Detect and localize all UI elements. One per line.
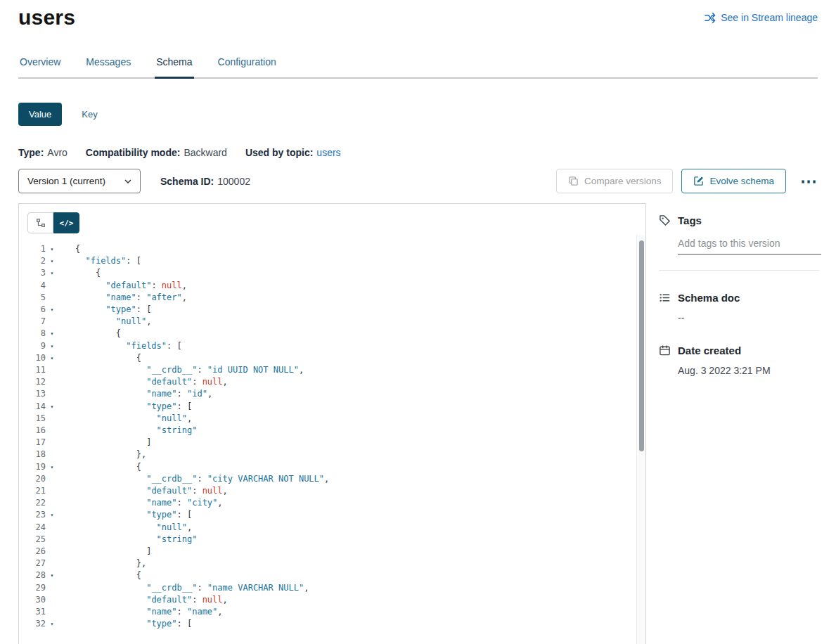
fold-toggle-icon[interactable]: ▾ (46, 243, 58, 255)
code-line: 16 "string" (19, 425, 645, 437)
tab-configuration[interactable]: Configuration (217, 56, 278, 77)
stream-lineage-icon (704, 12, 716, 24)
editor-scrollbar-track[interactable] (636, 235, 645, 644)
line-number: 12 (19, 376, 46, 388)
stream-lineage-link[interactable]: See in Stream lineage (704, 12, 818, 24)
code-line: 22 "name": "city", (19, 497, 645, 509)
fold-spacer (46, 425, 58, 437)
calendar-icon (659, 344, 671, 356)
version-select[interactable]: Version 1 (current) (18, 169, 141, 193)
code-line: 18 }, (19, 449, 645, 461)
code-lines: 1▾{2▾ "fields": [3▾ {4 "default": null,5… (19, 243, 645, 631)
code-text: "default": null, (58, 485, 228, 497)
fold-toggle-icon[interactable]: ▾ (46, 267, 58, 279)
code-text: { (58, 569, 141, 581)
line-number: 22 (19, 497, 46, 509)
stream-lineage-label: See in Stream lineage (721, 12, 818, 23)
line-number: 7 (19, 316, 46, 328)
fold-toggle-icon[interactable]: ▾ (46, 461, 58, 473)
fold-toggle-icon[interactable]: ▾ (46, 618, 58, 630)
fold-spacer (46, 582, 58, 594)
key-toggle-button[interactable]: Key (77, 108, 101, 120)
fold-toggle-icon[interactable]: ▾ (46, 352, 58, 364)
fold-spacer (46, 316, 58, 328)
fold-toggle-icon[interactable]: ▾ (46, 255, 58, 267)
line-number: 3 (19, 267, 46, 279)
code-text: { (58, 328, 121, 340)
topic-link[interactable]: users (316, 147, 340, 158)
date-created-header: Date created (659, 344, 821, 356)
code-text: { (58, 243, 80, 255)
fold-spacer (46, 388, 58, 400)
fold-toggle-icon[interactable]: ▾ (46, 304, 58, 316)
code-text: "string" (58, 534, 197, 546)
fold-spacer (46, 606, 58, 618)
compatibility-value: Backward (184, 147, 226, 158)
code-line: 5 "name": "after", (19, 292, 645, 304)
fold-spacer (46, 437, 58, 449)
schema-content: </> 1▾{2▾ "fields": [3▾ {4 "default": nu… (18, 203, 818, 644)
code-line: 28▾ { (19, 569, 645, 581)
compare-versions-label: Compare versions (584, 176, 662, 186)
code-line: 21 "default": null, (19, 485, 645, 497)
used-by-topic: Used by topic:users (245, 147, 341, 158)
code-text: "__crdb__": "name VARCHAR NULL", (58, 582, 309, 594)
code-line: 24 "null", (19, 522, 645, 534)
editor-toolbar: </> (19, 204, 645, 233)
line-number: 19 (19, 461, 46, 473)
more-options-button[interactable]: ⋯ (800, 173, 818, 190)
code-text: "name": "name", (58, 606, 223, 618)
tab-messages[interactable]: Messages (84, 56, 132, 77)
fold-spacer (46, 292, 58, 304)
code-icon: </> (60, 219, 74, 228)
fold-toggle-icon[interactable]: ▾ (46, 340, 58, 352)
code-line: 23▾ "type": [ (19, 509, 645, 521)
list-icon (659, 292, 671, 304)
code-line: 27 }, (19, 558, 645, 569)
code-view-button[interactable]: </> (53, 212, 79, 233)
tab-schema[interactable]: Schema (155, 56, 193, 77)
line-number: 5 (19, 292, 46, 304)
evolve-schema-button[interactable]: Evolve schema (681, 169, 786, 193)
line-number: 21 (19, 485, 46, 497)
code-text: "fields": [ (58, 255, 141, 267)
fold-toggle-icon[interactable]: ▾ (46, 569, 58, 581)
schema-editor-panel: </> 1▾{2▾ "fields": [3▾ {4 "default": nu… (18, 203, 646, 644)
fold-toggle-icon[interactable]: ▾ (46, 328, 58, 340)
schema-type: Type:Avro (18, 147, 67, 158)
compare-versions-button[interactable]: Compare versions (556, 169, 674, 193)
copy-icon (568, 176, 579, 186)
tags-input[interactable] (678, 236, 821, 255)
value-toggle-button[interactable]: Value (18, 103, 62, 126)
fold-spacer (46, 546, 58, 558)
line-number: 2 (19, 255, 46, 267)
code-line: 14▾ "type": [ (19, 401, 645, 413)
tree-view-button[interactable] (27, 212, 53, 233)
schema-sidebar: Tags Schema doc -- Date created (646, 203, 821, 376)
compatibility-label: Compatibility mode: (86, 147, 181, 158)
line-number: 14 (19, 401, 46, 413)
view-toggle-group: </> (27, 212, 79, 233)
code-text: "fields": [ (58, 340, 182, 352)
tree-icon (36, 218, 46, 228)
code-text: }, (58, 558, 146, 569)
line-number: 6 (19, 304, 46, 316)
chevron-down-icon (124, 179, 131, 183)
code-text: "name": "id", (58, 388, 212, 400)
tab-overview[interactable]: Overview (18, 56, 62, 77)
line-number: 15 (19, 413, 46, 425)
code-line: 6▾ "type": [ (19, 304, 645, 316)
fold-toggle-icon[interactable]: ▾ (46, 509, 58, 521)
tag-icon (659, 214, 671, 226)
sidebar-divider (659, 270, 819, 271)
tags-title: Tags (678, 214, 702, 226)
code-line: 4 "default": null, (19, 280, 645, 292)
editor-scrollbar-thumb[interactable] (639, 240, 644, 451)
value-key-toggle: Value Key (18, 103, 818, 126)
code-text: "null", (58, 522, 192, 534)
code-text: "name": "after", (58, 292, 187, 304)
code-text: "__crdb__": "id UUID NOT NULL", (58, 364, 304, 376)
code-line: 3▾ { (19, 267, 645, 279)
fold-toggle-icon[interactable]: ▾ (46, 401, 58, 413)
tags-header: Tags (659, 214, 821, 226)
